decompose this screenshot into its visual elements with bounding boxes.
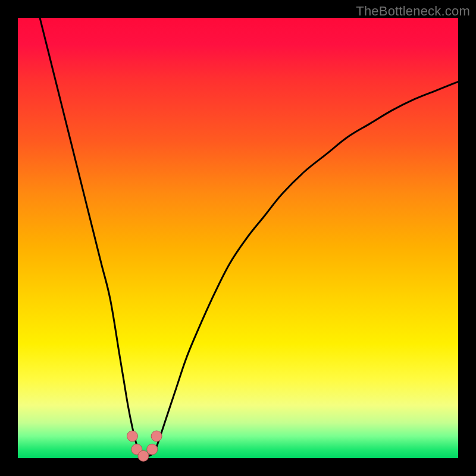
watermark-text: TheBottleneck.com <box>356 4 470 19</box>
highlight-markers <box>127 431 162 461</box>
bottleneck-curve <box>40 18 458 457</box>
highlight-marker <box>127 431 137 441</box>
highlight-marker <box>151 431 162 441</box>
highlight-marker <box>147 444 158 455</box>
bottleneck-curve-svg <box>18 18 458 458</box>
highlight-marker <box>138 450 149 461</box>
chart-plot-area <box>18 18 458 458</box>
